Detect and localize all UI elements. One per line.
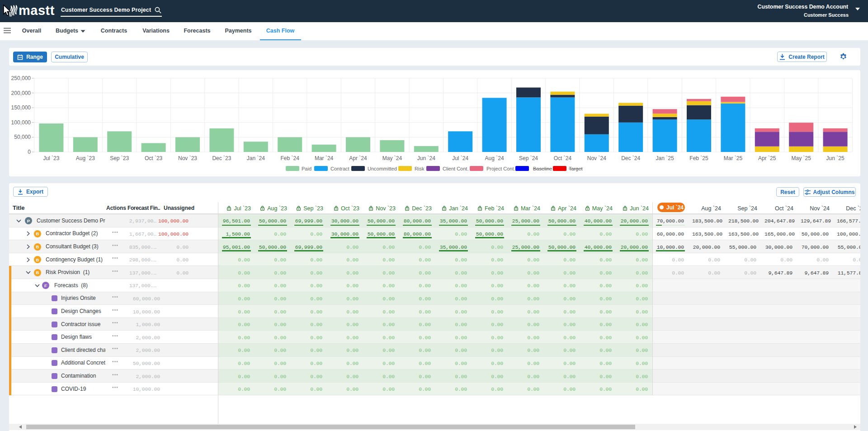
svg-text:Aug `23: Aug `23 <box>76 155 95 161</box>
svg-text:Nov `24: Nov `24 <box>587 155 606 161</box>
svg-text:Mar `24: Mar `24 <box>315 155 334 161</box>
svg-text:Jun `24: Jun `24 <box>417 155 435 161</box>
svg-text:Oct `24: Oct `24 <box>554 155 572 161</box>
svg-text:250,000: 250,000 <box>11 75 31 81</box>
svg-text:Sep `23: Sep `23 <box>110 155 129 161</box>
svg-text:Jul `24: Jul `24 <box>452 155 468 161</box>
svg-text:Dec `24: Dec `24 <box>621 155 640 161</box>
svg-text:Mar `25: Mar `25 <box>724 155 743 161</box>
svg-text:Feb `24: Feb `24 <box>281 155 300 161</box>
svg-text:Apr `25: Apr `25 <box>758 155 776 161</box>
svg-text:150,000: 150,000 <box>11 104 31 111</box>
svg-text:200,000: 200,000 <box>11 90 31 96</box>
svg-text:Nov `23: Nov `23 <box>178 155 197 161</box>
svg-text:Apr `24: Apr `24 <box>349 155 367 161</box>
svg-text:50,000: 50,000 <box>14 134 31 140</box>
svg-text:Jun `25: Jun `25 <box>826 155 844 161</box>
svg-text:May `25: May `25 <box>792 155 811 161</box>
svg-text:Dec `23: Dec `23 <box>212 155 231 161</box>
svg-text:Feb `25: Feb `25 <box>689 155 708 161</box>
svg-text:0: 0 <box>28 149 31 155</box>
svg-text:Aug `24: Aug `24 <box>485 155 504 161</box>
svg-text:Jul `23: Jul `23 <box>43 155 59 161</box>
svg-text:Jan `24: Jan `24 <box>247 155 265 161</box>
svg-text:Oct `23: Oct `23 <box>145 155 163 161</box>
svg-text:100,000: 100,000 <box>11 119 31 126</box>
svg-text:May `24: May `24 <box>382 155 402 161</box>
svg-text:Jan `25: Jan `25 <box>656 155 674 161</box>
svg-text:Sep `24: Sep `24 <box>519 155 538 161</box>
